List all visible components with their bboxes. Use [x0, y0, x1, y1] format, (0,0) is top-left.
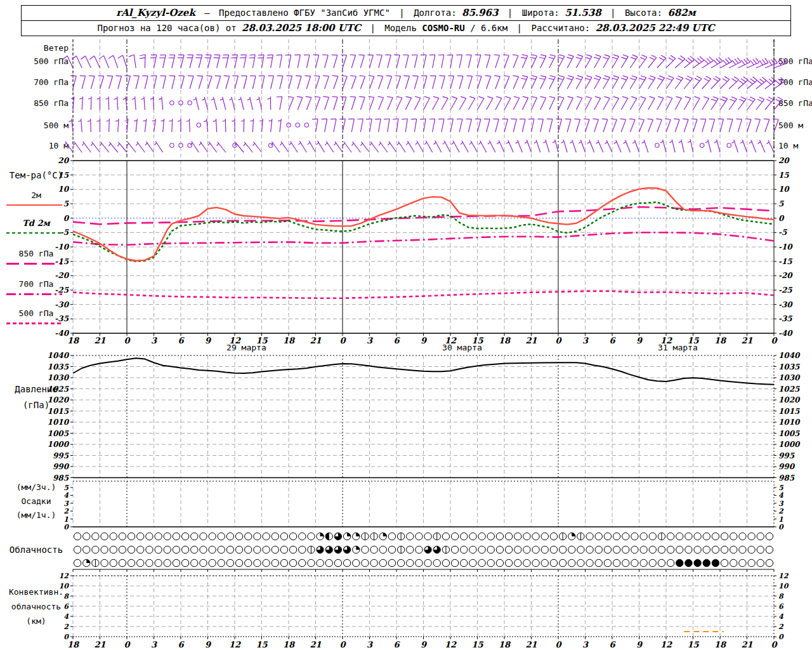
wind-barb-feather: [558, 96, 564, 98]
wind-barb-staff: [540, 119, 544, 132]
cloud-cover-symbol: [137, 533, 144, 540]
temp-ylabel-right: -35: [778, 314, 792, 323]
hour-label: 21: [94, 336, 105, 345]
wind-barb-staff: [405, 119, 407, 132]
wind-barb-half-feather: [758, 142, 761, 143]
wind-barb-staff: [351, 76, 356, 89]
wind-barb-feather: [713, 96, 718, 98]
wind-barb-staff: [495, 98, 502, 110]
cloud-cover-symbol: [550, 559, 557, 566]
cloud-cover-symbol: [694, 559, 701, 566]
bottom-hour-label: 21: [525, 640, 537, 649]
wind-barb-feather: [586, 96, 592, 98]
cloud-cover-symbol: [703, 546, 710, 553]
wind-barb-staff: [154, 76, 157, 89]
hour-label: 3: [582, 336, 589, 345]
wind-barb-staff: [666, 58, 676, 68]
wind-barb-feather: [728, 57, 732, 62]
wind-barb-staff: [199, 55, 202, 68]
wind-barb-half-feather: [497, 142, 499, 144]
wind-barb-half-feather: [660, 142, 663, 143]
cloud-cover-symbol: [209, 533, 216, 540]
wind-barb-staff: [558, 98, 564, 110]
wind-barb-feather: [485, 55, 490, 55]
wind-barb-staff: [334, 55, 337, 68]
cloud-symbol-quarter: [86, 559, 90, 563]
wind-barb-staff: [478, 119, 481, 132]
wind-barb-feather: [406, 96, 412, 98]
wind-barb-feather: [759, 60, 763, 65]
bottom-hour-label: 0: [555, 640, 562, 649]
cloud-cover-symbol: [622, 546, 629, 553]
wind-barb-staff: [370, 76, 374, 89]
cloud-cover-symbol: [254, 559, 261, 566]
wind-barb-feather: [595, 96, 601, 98]
wind-barb-staff: [603, 98, 610, 110]
temp-ylabel-left: -25: [55, 286, 69, 295]
wind-barb-staff: [450, 55, 453, 68]
wind-barb-feather: [395, 76, 401, 76]
wind-barb-feather: [596, 76, 601, 77]
hour-label: 0: [555, 336, 562, 345]
wind-barb-feather: [605, 76, 610, 77]
pressure-ylabel-left: 1015: [48, 407, 69, 416]
meteogram-svg: 2020151510105500-5-5-10-10-15-15-20-20-2…: [0, 0, 812, 650]
temp-ylabel-right: 5: [778, 199, 784, 208]
wind-barb-half-feather: [543, 142, 546, 143]
wind-barb-feather: [783, 58, 787, 63]
wind-barb-feather: [737, 58, 741, 62]
conv-ylabel-left: 10: [59, 582, 70, 590]
wind-barb-feather: [700, 119, 706, 119]
cloud-symbol-quarter: [320, 533, 324, 536]
wind-barb-staff: [271, 76, 274, 89]
cloud-cover-symbol: [766, 546, 773, 553]
wind-barb-feather: [659, 57, 664, 60]
wind-barb-staff: [594, 98, 601, 110]
pressure-ylabel-left: 1035: [48, 362, 69, 371]
cloud-cover-symbol: [218, 533, 225, 540]
wind-barb-feather: [522, 76, 528, 77]
cloud-cover-symbol: [676, 546, 683, 553]
pressure-ylabel-right: 1005: [778, 429, 800, 438]
cloud-cover-symbol: [461, 533, 468, 540]
cloud-cover-symbol: [379, 559, 386, 566]
cloud-cover-symbol: [128, 533, 134, 540]
wind-barb-staff: [217, 76, 221, 89]
wind-barb-feather: [649, 96, 655, 98]
wind-barb-feather: [613, 76, 619, 77]
wind-barb-feather: [723, 60, 727, 65]
wind-barb-feather: [706, 76, 711, 79]
wind-barb-staff: [693, 119, 697, 132]
wind-barb-feather: [762, 77, 766, 81]
wind-barb-feather: [631, 57, 636, 59]
temp-ylabel-right: -20: [778, 271, 793, 280]
conv-ylabel-right: 4: [778, 613, 783, 621]
wind-barb-feather: [734, 77, 738, 80]
wind-barb-feather: [323, 76, 329, 76]
wind-barb-staff: [298, 55, 300, 68]
wind-barb-feather: [375, 119, 381, 119]
wind-barb-half-feather: [325, 143, 327, 145]
wind-barb-feather: [140, 58, 145, 59]
meteogram-page: rAl_Kyzyl-Ozek — Предоставлено ФГБУ "Зап…: [0, 0, 812, 650]
wind-barb-staff: [487, 76, 491, 89]
cloud-cover-symbol: [191, 559, 198, 566]
wind-barb-feather: [532, 76, 537, 77]
wind-barb-half-feather: [202, 99, 204, 100]
wind-barb-feather: [461, 96, 466, 98]
wind-barb-feather: [393, 119, 398, 119]
wind-barb-staff: [666, 119, 671, 132]
wind-barb-staff: [702, 98, 709, 110]
wind-barb-half-feather: [388, 143, 390, 145]
cloud-cover-symbol: [299, 546, 306, 553]
cloud-cover-symbol: [469, 559, 476, 566]
wind-barb-staff: [639, 98, 646, 110]
wind-barb-feather: [469, 96, 475, 98]
bottom-hour-label: 6: [178, 640, 185, 649]
cloud-cover-symbol: [586, 559, 593, 566]
pressure-ylabel-right: 1015: [778, 407, 800, 416]
cloud-cover-symbol: [263, 546, 270, 553]
wind-barb-feather: [604, 96, 610, 98]
wind-barb-feather: [476, 76, 481, 76]
cloud-cover-symbol: [451, 533, 458, 540]
